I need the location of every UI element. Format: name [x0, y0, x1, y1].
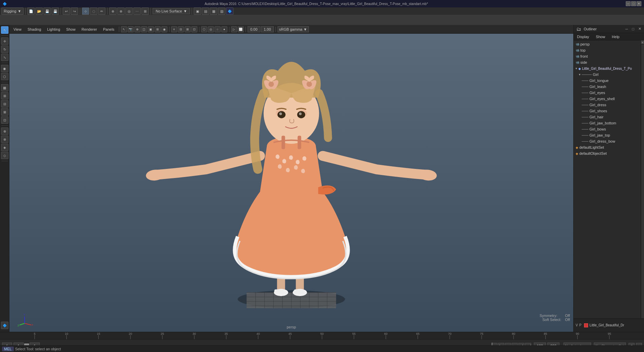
svg-text:Y: Y [24, 313, 26, 316]
render-btn4[interactable]: ▧ [218, 7, 225, 15]
outliner-item-top[interactable]: 📹 top [574, 47, 641, 53]
outliner-item-jaw-bottom[interactable]: Girl_jaw_bottom [574, 120, 641, 126]
snap-btn1[interactable]: ⊕ [109, 7, 117, 15]
minimize-button[interactable]: ─ [626, 1, 631, 6]
vp-menu-panels[interactable]: Panels [100, 27, 117, 32]
scroll-up-arrow[interactable]: ▲ [641, 40, 644, 44]
vp-btn10[interactable]: ⊡ [191, 26, 197, 32]
vp-menu-view[interactable]: View [11, 27, 24, 32]
vp-menu-shading[interactable]: Shading [25, 27, 44, 32]
outliner-item-dress-bow[interactable]: Girl_dress_bow [574, 138, 641, 144]
render-btn5[interactable]: 🔷 [226, 7, 233, 15]
vp-value1[interactable]: 0.00 [248, 26, 260, 32]
layout-btn3[interactable]: ⊠ [1, 108, 8, 116]
snap-btn4[interactable]: ⋯ [133, 7, 141, 15]
paint-skin-tool[interactable]: ⬡ [1, 73, 8, 80]
outliner-item-dress[interactable]: Girl_dress [574, 102, 641, 108]
outliner-header: 🗂 Outliner ─ □ ✕ [574, 25, 644, 33]
vp-btn13[interactable]: ○ [215, 26, 221, 32]
rotate-tool[interactable]: ↻ [1, 46, 8, 53]
outliner-vscroll[interactable]: ▲ ▼ [641, 40, 644, 326]
outliner-tab-display[interactable]: Display [575, 34, 591, 39]
scroll-track[interactable] [641, 45, 644, 322]
outliner-item-side[interactable]: 📹 side [574, 59, 641, 65]
vp-btn3[interactable]: ◫ [141, 26, 147, 32]
grid-tool[interactable]: ▦ [1, 84, 8, 91]
snap-btn2[interactable]: ⊗ [117, 7, 125, 15]
girl-dress-bow-label: Girl_dress_bow [589, 139, 615, 143]
maximize-button[interactable]: □ [631, 1, 636, 6]
vp-btn4[interactable]: ▣ [148, 26, 154, 32]
vp-cam-btn[interactable]: 📷 [128, 26, 134, 32]
move-tool[interactable]: ✛ [1, 37, 8, 45]
outliner-item-leash[interactable]: Girl_leash [574, 84, 641, 90]
lasso-btn[interactable]: ◌ [90, 7, 97, 15]
select-btn[interactable]: ⊹ [82, 7, 89, 15]
outliner-scene-root[interactable]: ▼ ◆ Little_Girl_Beautiful_Dress_T_Po [574, 65, 641, 71]
girl-dress-label: Girl_dress [589, 103, 606, 107]
outliner-item-eyes[interactable]: Girl_eyes [574, 90, 641, 96]
bottom-tool1[interactable]: 🔷 [1, 322, 8, 329]
render-btn2[interactable]: ▤ [202, 7, 209, 15]
outliner-minimize[interactable]: ─ [625, 27, 628, 31]
vp-btn5[interactable]: ⊞ [155, 26, 161, 32]
new-scene-btn[interactable]: 📄 [27, 7, 35, 15]
outliner-item-shoes[interactable]: Girl_shoes [574, 108, 641, 114]
vp-btn12[interactable]: ◎ [208, 26, 214, 32]
layout-btn2[interactable]: ⊟ [1, 100, 8, 108]
snap-btn3[interactable]: ◎ [125, 7, 133, 15]
rigging-dropdown[interactable]: Rigging ▼ [1, 7, 24, 15]
outliner-item-eyes-shell[interactable]: Girl_eyes_shell [574, 96, 641, 102]
save-as-btn[interactable]: 💾 [52, 7, 59, 15]
layout-btn4[interactable]: ⊡ [1, 116, 8, 124]
vp-btn11[interactable]: ⬡ [201, 26, 207, 32]
outliner-maximize[interactable]: □ [632, 27, 634, 31]
outliner-close[interactable]: ✕ [638, 27, 641, 31]
vp-btn7[interactable]: ≡ [171, 26, 177, 32]
render-btn3[interactable]: ▦ [210, 7, 217, 15]
outliner-item-bows[interactable]: Girl_bows [574, 126, 641, 132]
redo-btn[interactable]: ↪ [71, 7, 78, 15]
outliner-item-tongue[interactable]: Girl_tongue [574, 78, 641, 84]
vp-btn14[interactable]: ● [221, 26, 227, 32]
vp-btn9[interactable]: ⊠ [185, 26, 191, 32]
gamma-select[interactable]: sRGB gamma ▼ [278, 26, 309, 32]
vp-menu-show[interactable]: Show [64, 27, 78, 32]
anim-tool2[interactable]: ⊗ [1, 136, 8, 143]
undo-btn[interactable]: ↩ [63, 7, 70, 15]
viewport[interactable]: persp Symmetry: Off Soft Select: Off X Z… [9, 34, 573, 332]
close-button[interactable]: ✕ [637, 1, 641, 6]
anim-tool1[interactable]: ⊕ [1, 127, 8, 135]
vp-btn6[interactable]: ◉ [161, 26, 167, 32]
vp-btn2[interactable]: ⊕ [134, 26, 140, 32]
vp-menu-lighting[interactable]: Lighting [44, 27, 63, 32]
anim-tool4[interactable]: ◇ [1, 152, 8, 159]
outliner-item-front[interactable]: 📹 front [574, 53, 641, 59]
select-tool[interactable]: ↖ [1, 26, 8, 34]
vp-btn8[interactable]: ⊟ [178, 26, 184, 32]
outliner-tab-show[interactable]: Show [594, 34, 607, 39]
vp-btn15[interactable]: ▷ [231, 26, 237, 32]
outliner-tab-help[interactable]: Help [610, 34, 622, 39]
outliner-item-jaw-top[interactable]: Girl_jaw_top [574, 132, 641, 138]
outliner-item-default-object[interactable]: ◈ defaultObjectSet [574, 150, 641, 156]
save-btn[interactable]: 💾 [43, 7, 51, 15]
paint-btn[interactable]: ✏ [98, 7, 105, 15]
scale-tool[interactable]: ⤡ [1, 54, 8, 61]
snap-btn5[interactable]: ⊞ [141, 7, 149, 15]
vp-select-btn[interactable]: ↖ [121, 26, 127, 32]
vp-value2[interactable]: 1.00 [261, 26, 274, 32]
outliner-item-persp[interactable]: 📹 persp [574, 41, 641, 47]
layout-btn1[interactable]: ⊞ [1, 92, 8, 99]
outliner-item-default-light[interactable]: ◈ defaultLightSet [574, 144, 641, 150]
no-live-surface[interactable]: No Live Surface ▼ [153, 8, 190, 14]
open-btn[interactable]: 📂 [35, 7, 43, 15]
outliner-item-girl[interactable]: ▼ Girl [574, 71, 641, 78]
outliner-item-hair[interactable]: Girl_hair [574, 114, 641, 120]
vp-menu-renderer[interactable]: Renderer [79, 27, 100, 32]
render-btn1[interactable]: ▣ [194, 7, 201, 15]
vp-btn16[interactable]: ⬜ [238, 26, 244, 32]
soft-mod-tool[interactable]: ◉ [1, 65, 8, 72]
anim-tool3[interactable]: ◈ [1, 144, 8, 151]
connector-line [582, 117, 588, 117]
